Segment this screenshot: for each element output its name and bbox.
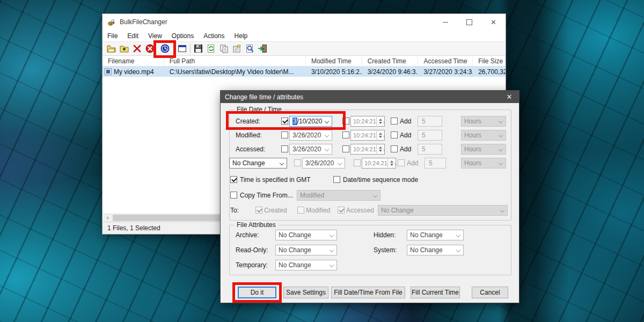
accessed-time-checkbox[interactable] [342, 145, 349, 152]
column-accessed-time[interactable]: Accessed Time [418, 56, 473, 66]
find-icon[interactable] [245, 44, 254, 53]
accessed-date-combo[interactable]: 3/26/2020 [289, 144, 332, 155]
time-spinner[interactable] [376, 145, 384, 153]
time-spinner[interactable] [376, 117, 384, 126]
title-bar[interactable]: BulkFileChanger ✕ [103, 14, 506, 30]
accessed-amount-field[interactable]: 5 [418, 144, 442, 155]
filename-cell: My video.mp4 [103, 68, 164, 76]
created-unit-combo[interactable]: Hours [461, 116, 506, 127]
nochange-unit-combo[interactable]: Hours [461, 158, 506, 169]
close-icon: ✕ [491, 19, 496, 26]
created-amount-field[interactable]: 5 [418, 116, 442, 127]
change-time-button[interactable] [156, 42, 174, 56]
modified-amount-field[interactable]: 5 [418, 130, 442, 141]
accessed-time-field[interactable]: 10:24:21 PM [350, 144, 385, 155]
column-modified-time[interactable]: Modified Time [306, 56, 362, 66]
modified-time-cell: 3/10/2020 5:16:2... [306, 68, 362, 76]
system-label: System: [374, 246, 397, 254]
date-selected-text: 3 [292, 118, 297, 125]
modified-add-checkbox[interactable] [391, 131, 398, 138]
accessed-unit-combo[interactable]: Hours [461, 144, 506, 155]
open-folder-icon[interactable] [107, 44, 116, 53]
temporary-label: Temporary: [236, 261, 268, 269]
copy-time-checkbox[interactable] [230, 192, 237, 199]
modified-time-checkbox[interactable] [342, 131, 349, 138]
to-target-combo[interactable]: No Change [378, 205, 508, 216]
column-created-time[interactable]: Created Time [362, 56, 419, 66]
save-settings-button[interactable]: Save Settings [283, 287, 328, 298]
nochange-date-checkbox[interactable] [294, 159, 301, 166]
file-datetime-group-label: File Date / Time [235, 106, 284, 113]
close-button[interactable]: ✕ [481, 14, 506, 30]
menu-view[interactable]: View [143, 31, 167, 41]
created-time-checkbox[interactable] [342, 118, 349, 125]
column-file-size[interactable]: File Size [473, 56, 506, 66]
copy-source-combo[interactable]: Modified [297, 190, 380, 201]
do-it-button[interactable]: Do it [238, 287, 276, 298]
modified-date-combo[interactable]: 3/26/2020 [289, 130, 332, 141]
nochange-type-combo[interactable]: No Change [229, 158, 287, 169]
add-files-folder-icon[interactable] [120, 44, 129, 53]
temporary-combo[interactable]: No Change [275, 260, 337, 270]
created-add-checkbox[interactable] [391, 118, 398, 125]
nochange-time-field[interactable]: 10:24:21 PM [362, 158, 396, 169]
hidden-combo[interactable]: No Change [407, 230, 464, 240]
to-created-checkbox[interactable] [255, 207, 262, 214]
time-spinner[interactable] [387, 159, 395, 167]
created-time-field[interactable]: 10:24:21 PM [350, 116, 385, 127]
refresh-icon[interactable] [207, 44, 216, 53]
accessed-date-checkbox[interactable] [281, 145, 288, 152]
window-properties-icon[interactable] [178, 44, 187, 53]
nochange-date-combo[interactable]: 3/26/2020 [302, 158, 345, 169]
fill-datetime-from-file-button[interactable]: Fill Date/Time From File [331, 287, 405, 298]
nochange-amount-field[interactable]: 5 [425, 158, 446, 169]
copy-to-row: To: Created Modified Accessed No Change [221, 204, 520, 216]
change-file-time-dialog: Change file time / attributes ✕ File Dat… [220, 90, 519, 303]
menu-file[interactable]: File [103, 31, 122, 41]
attr-row-2: Read-Only: No Change System: No Change [221, 244, 520, 256]
modified-time-field[interactable]: 10:24:21 PM [350, 130, 385, 141]
created-date-combo[interactable]: 3/10/2020 [289, 116, 332, 127]
menu-bar: File Edit View Options Actions Help [103, 30, 506, 41]
column-full-path[interactable]: Full Path [164, 56, 306, 66]
created-row: Created: 3/10/2020 10:24:21 PM Add 5 Hou… [221, 115, 520, 127]
exit-door-icon[interactable] [258, 44, 267, 53]
modified-date-checkbox[interactable] [281, 131, 288, 138]
created-date-checkbox[interactable] [281, 118, 288, 125]
readonly-combo[interactable]: No Change [275, 245, 337, 255]
file-properties-icon[interactable] [232, 44, 241, 53]
system-combo[interactable]: No Change [407, 245, 464, 255]
file-size-cell: 26,700,322 [473, 68, 506, 76]
dialog-title-bar[interactable]: Change file time / attributes ✕ [221, 91, 519, 103]
to-accessed-checkbox[interactable] [338, 207, 345, 214]
column-filename[interactable]: Filename [103, 56, 164, 66]
app-bee-icon [107, 18, 116, 26]
copy-icon[interactable] [219, 44, 229, 53]
time-spinner[interactable] [376, 131, 384, 140]
nochange-add-checkbox[interactable] [398, 159, 405, 166]
nochange-time-checkbox[interactable] [354, 159, 361, 166]
stop-remove-icon[interactable] [145, 44, 155, 53]
menu-edit[interactable]: Edit [122, 31, 143, 41]
copy-time-label: Copy Time From... [240, 192, 293, 199]
scroll-left-arrow-icon[interactable]: ‹ [103, 214, 112, 222]
fill-current-time-button[interactable]: Fill Current Time [411, 287, 460, 298]
maximize-button[interactable] [457, 14, 481, 30]
delete-x-icon[interactable] [133, 44, 142, 53]
menu-help[interactable]: Help [230, 31, 253, 41]
to-accessed-label: Accessed [346, 207, 374, 214]
save-icon[interactable] [194, 44, 203, 53]
menu-actions[interactable]: Actions [199, 31, 229, 41]
sequence-mode-checkbox[interactable] [333, 176, 340, 183]
created-label: Created: [236, 118, 260, 125]
dialog-close-icon[interactable]: ✕ [500, 93, 519, 101]
archive-combo[interactable]: No Change [275, 230, 337, 240]
to-modified-checkbox[interactable] [297, 207, 304, 214]
menu-options[interactable]: Options [167, 31, 199, 41]
cancel-button[interactable]: Cancel [472, 287, 508, 298]
file-row-selected[interactable]: My video.mp4 C:\Users\fatiw\Desktop\My V… [103, 67, 506, 77]
modified-unit-combo[interactable]: Hours [461, 130, 506, 141]
gmt-checkbox[interactable] [230, 176, 237, 183]
minimize-button[interactable] [433, 14, 457, 30]
accessed-add-checkbox[interactable] [391, 145, 398, 152]
